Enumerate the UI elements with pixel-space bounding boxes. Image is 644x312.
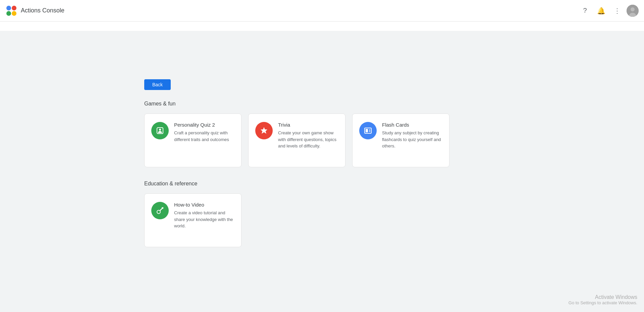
notifications-button[interactable]: 🔔 <box>594 4 608 17</box>
template-card-trivia[interactable]: Trivia Create your own game show with di… <box>248 114 345 167</box>
windows-activate-title: Activate Windows <box>569 294 637 300</box>
trivia-content: Trivia Create your own game show with di… <box>278 122 338 149</box>
section-education-reference: Education & reference How-to Video Creat… <box>144 181 500 247</box>
app-header: Actions Console ? 🔔 ⋮ <box>0 0 644 21</box>
svg-rect-11 <box>366 129 368 132</box>
user-avatar[interactable] <box>627 5 639 17</box>
flash-cards-content: Flash Cards Study any subject by creatin… <box>382 122 442 149</box>
personality-quiz-title: Personality Quiz 2 <box>174 122 234 128</box>
app-logo[interactable]: Actions Console <box>5 5 64 17</box>
section-heading-games-fun: Games & fun <box>144 101 500 107</box>
svg-marker-9 <box>261 127 267 134</box>
more-icon: ⋮ <box>614 7 621 15</box>
bell-icon: 🔔 <box>597 7 605 15</box>
avatar-icon <box>627 5 639 17</box>
template-card-flash-cards[interactable]: Flash Cards Study any subject by creatin… <box>352 114 449 167</box>
wrench-icon <box>156 206 164 215</box>
how-to-video-desc: Create a video tutorial and share your k… <box>174 210 234 229</box>
flash-cards-desc: Study any subject by creating flashcards… <box>382 130 442 149</box>
google-logo-icon <box>5 5 17 17</box>
main-content: Back Games & fun Personality Quiz 2 <box>0 52 644 287</box>
svg-point-3 <box>12 11 16 16</box>
person-icon <box>156 126 164 135</box>
personality-quiz-icon <box>151 122 169 139</box>
svg-point-0 <box>6 6 11 10</box>
windows-watermark: Activate Windows Go to Settings to activ… <box>569 294 637 305</box>
card-icon <box>364 126 372 135</box>
how-to-video-icon <box>151 202 169 219</box>
trivia-desc: Create your own game show with different… <box>278 130 338 149</box>
flash-cards-icon <box>359 122 377 139</box>
template-card-personality-quiz-2[interactable]: Personality Quiz 2 Craft a personality q… <box>144 114 241 167</box>
app-title: Actions Console <box>21 7 64 14</box>
svg-point-1 <box>12 6 16 10</box>
flash-cards-title: Flash Cards <box>382 122 442 128</box>
content-area: Back Games & fun Personality Quiz 2 <box>138 66 506 274</box>
star-icon <box>260 126 268 135</box>
help-icon: ? <box>583 7 587 14</box>
windows-activate-subtitle: Go to Settings to activate Windows. <box>569 300 637 305</box>
back-button[interactable]: Back <box>144 79 171 90</box>
personality-quiz-content: Personality Quiz 2 Craft a personality q… <box>174 122 234 143</box>
personality-quiz-desc: Craft a personality quiz with different … <box>174 130 234 143</box>
help-button[interactable]: ? <box>578 4 592 17</box>
more-options-button[interactable]: ⋮ <box>610 4 624 17</box>
trivia-icon <box>255 122 273 139</box>
how-to-video-title: How-to Video <box>174 202 234 208</box>
education-cards-grid: How-to Video Create a video tutorial and… <box>144 193 500 247</box>
how-to-video-content: How-to Video Create a video tutorial and… <box>174 202 234 229</box>
svg-point-2 <box>6 11 11 16</box>
header-actions: ? 🔔 ⋮ <box>578 4 639 17</box>
section-heading-education: Education & reference <box>144 181 500 187</box>
section-games-fun: Games & fun Personality Quiz 2 Craft a p… <box>144 101 500 167</box>
trivia-title: Trivia <box>278 122 338 128</box>
svg-point-5 <box>631 7 635 11</box>
template-card-how-to-video[interactable]: How-to Video Create a video tutorial and… <box>144 193 241 247</box>
svg-point-8 <box>159 129 161 131</box>
games-fun-cards-grid: Personality Quiz 2 Craft a personality q… <box>144 114 500 167</box>
